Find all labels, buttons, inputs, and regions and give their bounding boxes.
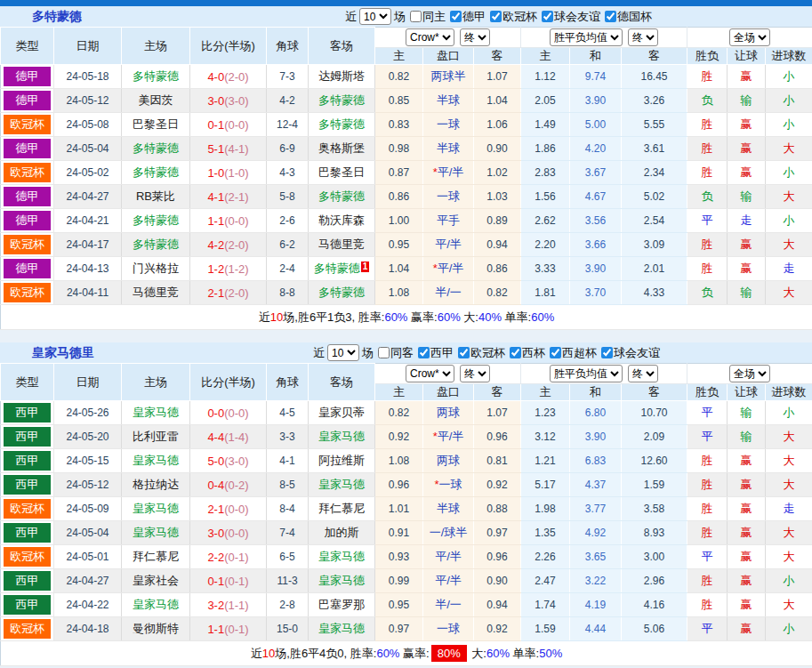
home-team-link[interactable]: 比利亚雷 [133,430,179,443]
away-team-link[interactable]: 勒沃库森 [318,213,365,227]
away-team-link[interactable]: 皇家马德 [318,550,365,563]
table-row: 西甲24-05-15皇家马德5-0(3-0)4-1阿拉维斯1.08两球0.811… [1,449,812,473]
summary-segment: 80% [431,645,467,662]
home-team-link[interactable]: 多特蒙德 [133,237,179,251]
league-filter[interactable]: 德甲 [450,9,486,25]
league-filter[interactable]: 欧冠杯 [490,9,537,25]
away-team-link[interactable]: 马德里竞 [318,237,365,251]
league-filter-label: 欧冠杯 [470,345,505,361]
odds-source-select[interactable]: Crow* [406,365,454,382]
same-venue-filter[interactable]: 同主 [410,9,446,25]
home-team-link[interactable]: RB莱比 [136,189,175,203]
away-team-link[interactable]: 多特蒙德 [318,286,365,299]
euro-away-odds: 2.96 [622,569,687,593]
league-filter[interactable]: 西超杯 [550,345,597,361]
asian-home-odds: 1.00 [375,209,423,233]
euro-draw-odds: 6.80 [570,401,622,425]
home-team-link[interactable]: 皇家马德 [133,502,179,515]
home-team-link[interactable]: 美因茨 [139,93,173,107]
league-checkbox[interactable] [601,347,613,358]
league-checkbox[interactable] [490,11,502,22]
away-team-link[interactable]: 达姆斯塔 [318,69,365,83]
league-filter[interactable]: 西甲 [418,345,454,361]
league-checkbox[interactable] [550,347,561,358]
league-checkbox[interactable] [510,347,521,358]
asian-odds-time-select[interactable]: 终 [460,28,490,46]
league-checkbox[interactable] [450,11,462,22]
asian-home-odds: 0.82 [375,65,423,89]
asian-home-odds: 0.85 [375,89,423,113]
home-team-link[interactable]: 曼彻斯特 [133,622,179,635]
asian-home-odds: 0.87 [375,161,423,185]
asian-home-odds: 1.08 [375,281,423,305]
home-team-link[interactable]: 多特蒙德 [133,213,179,227]
away-team-link[interactable]: 多特蒙德 [318,189,365,203]
euro-away-odds: 2.34 [622,161,687,185]
league-checkbox[interactable] [605,11,616,22]
away-team-link[interactable]: 奥格斯堡 [318,141,365,155]
away-team-cell: 多特蒙德 [309,281,375,305]
summary-segment: 近 [251,647,262,660]
asian-home-odds: 0.86 [375,185,423,209]
away-team-link[interactable]: 加的斯 [325,526,359,539]
home-team-link[interactable]: 门兴格拉 [133,262,179,275]
home-team-cell: 皇家马德 [122,593,190,617]
league-checkbox[interactable] [458,347,470,358]
home-team-link[interactable]: 格拉纳达 [133,478,179,491]
away-team-link[interactable]: 皇家马德 [318,430,365,443]
asian-odds-time-select[interactable]: 终 [460,365,490,382]
away-team-link[interactable]: 巴黎圣日 [318,165,365,179]
home-team-link[interactable]: 多特蒙德 [133,165,179,179]
fulltime-score: 1-1 [207,214,224,228]
header-row-groups: 类型日期主场比分(半场)角球客场Crow*终胜平负均值终全场 [1,364,812,384]
odds-source-select[interactable]: Crow* [406,28,454,46]
summary-segment: 60% [438,310,461,324]
away-team-link[interactable]: 拜仁慕尼 [318,502,365,515]
home-team-link[interactable]: 皇家马德 [133,598,179,611]
home-team-link[interactable]: 多特蒙德 [133,69,179,83]
result-scope-select[interactable]: 全场 [729,365,770,382]
fulltime-score: 1-2 [207,262,224,276]
euro-odds-time-select[interactable]: 终 [628,28,658,46]
away-team-link[interactable]: 多特蒙德 [318,93,365,107]
away-team-link[interactable]: 巴塞罗那 [318,598,365,611]
league-filter[interactable]: 德国杯 [605,9,652,25]
league-filter[interactable]: 欧冠杯 [458,345,505,361]
same-venue-filter[interactable]: 同客 [378,345,414,361]
away-team-link[interactable]: 皇家马德 [318,622,365,635]
result-scope-select[interactable]: 全场 [729,28,770,46]
home-team-link[interactable]: 多特蒙德 [133,141,179,155]
league-checkbox[interactable] [418,347,430,358]
corner-stat: 8-5 [267,473,309,497]
away-team-link[interactable]: 皇家贝蒂 [318,406,365,419]
euro-home-odds: 1.81 [521,281,570,305]
league-filter[interactable]: 西杯 [510,345,545,361]
league-filter[interactable]: 球会友谊 [601,345,660,361]
league-checkbox[interactable] [542,11,553,22]
home-team-link[interactable]: 皇家马德 [133,526,179,539]
handicap-line-cell: 两球 [423,449,474,473]
away-team-link[interactable]: 皇家马德 [318,574,365,587]
away-team-link[interactable]: 多特蒙德 [318,117,365,131]
same-venue-checkbox[interactable] [378,347,390,358]
home-team-link[interactable]: 皇家马德 [133,454,179,467]
home-team-link[interactable]: 皇家马德 [133,406,179,419]
league-filter[interactable]: 球会友谊 [542,9,600,25]
away-team-link[interactable]: 多特蒙德 [314,262,360,275]
away-team-link[interactable]: 皇家马德 [318,478,365,491]
home-team-link[interactable]: 拜仁慕尼 [133,550,179,563]
home-team-cell: 皇家马德 [122,449,190,473]
away-team-link[interactable]: 阿拉维斯 [318,454,365,467]
same-venue-checkbox[interactable] [410,11,422,22]
summary-segment: 场,胜6平1负3, 胜率: [283,310,384,324]
home-team-link[interactable]: 皇家社会 [133,574,179,587]
euro-odds-type-select[interactable]: 胜平负均值 [550,365,623,382]
recent-count-select[interactable]: 10 [359,8,391,25]
summary-segment: 大: [461,310,478,324]
home-team-link[interactable]: 巴黎圣日 [133,117,179,131]
home-team-cell: 门兴格拉 [122,257,190,281]
recent-count-select[interactable]: 10 [327,344,359,361]
euro-odds-time-select[interactable]: 终 [628,365,658,382]
home-team-link[interactable]: 马德里竞 [133,286,179,299]
euro-odds-type-select[interactable]: 胜平负均值 [550,28,623,46]
